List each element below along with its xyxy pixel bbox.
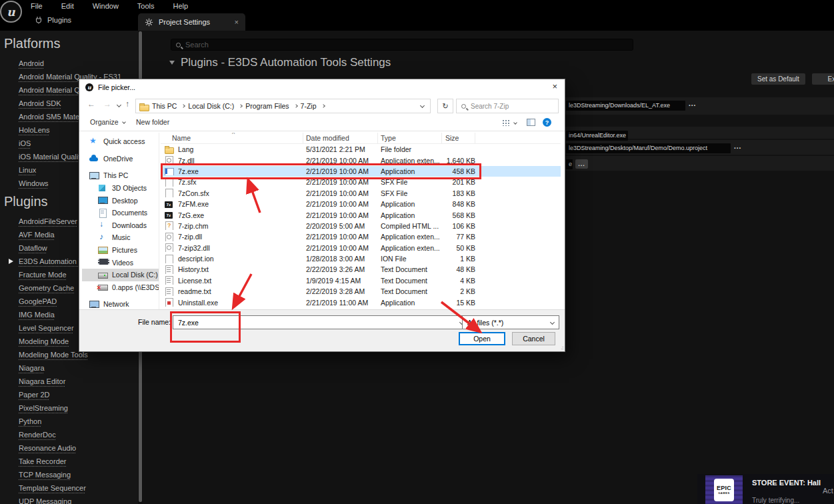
export-button[interactable]: Expo: [812, 73, 834, 85]
txt-file-icon: [165, 287, 173, 296]
uproject-path-field[interactable]: le3DStreaming/Desktop/Maruf/Demo/Demo.up…: [566, 143, 731, 153]
breadcrumb-segment[interactable]: Program Files: [245, 102, 297, 110]
this-pc-icon: [89, 171, 99, 180]
file-row[interactable]: descript.ion 1/28/2018 3:00 AM ION File …: [161, 253, 561, 264]
set-as-default-button[interactable]: Set as Default: [751, 73, 805, 85]
sort-ascending-icon[interactable]: ^: [232, 133, 235, 137]
tab-plugins[interactable]: Plugins: [35, 16, 71, 24]
file-row[interactable]: 7zFM.exe 2/21/2019 10:00 AM Application …: [161, 199, 561, 209]
tab-close-icon[interactable]: ×: [235, 19, 239, 26]
sidebar-item-plugin[interactable]: Take Recorder: [4, 455, 138, 468]
nav-item[interactable]: Pictures: [82, 244, 159, 257]
file-row[interactable]: 7-zip.dll 2/21/2019 10:00 AM Application…: [161, 231, 561, 242]
path-field-partial[interactable]: e: [566, 159, 573, 169]
nav-item[interactable]: Desktop: [82, 194, 159, 207]
sidebar-item-plugin[interactable]: TCP Messaging: [4, 468, 138, 481]
file-name-input[interactable]: 7z.exe: [173, 315, 469, 329]
file-row[interactable]: 7zCon.sfx 2/21/2019 10:00 AM SFX File 18…: [161, 188, 561, 199]
breadcrumb-segment[interactable]: Local Disk (C:): [188, 102, 242, 110]
sidebar-item-platform[interactable]: Android: [4, 57, 138, 70]
sidebar-item-plugin[interactable]: Niagara Editor: [4, 375, 138, 388]
forward-button[interactable]: →: [103, 99, 111, 109]
breadcrumb-segment[interactable]: This PC: [152, 102, 185, 110]
menu-item[interactable]: Tools: [128, 1, 164, 11]
nav-item[interactable]: Documents: [82, 207, 159, 219]
chevron-down-icon[interactable]: [169, 61, 175, 65]
sidebar-item-plugin[interactable]: Python: [4, 415, 138, 428]
dialog-title-bar[interactable]: u File picker...: [79, 79, 565, 95]
nav-item[interactable]: Videos: [82, 256, 159, 269]
view-options-chevron-icon[interactable]: [513, 121, 517, 125]
menu-item[interactable]: Edit: [52, 1, 83, 11]
txt-file-icon: [165, 276, 173, 285]
epic-tile: EPIC GAMES: [705, 475, 743, 504]
file-row[interactable]: License.txt 1/9/2019 4:15 AM Text Docume…: [161, 275, 561, 286]
dll-file-icon: [165, 233, 173, 241]
quick-access-star-icon: [89, 137, 99, 146]
tab-project-settings[interactable]: Project Settings ×: [138, 13, 245, 31]
sidebar-item-plugin[interactable]: Niagara: [4, 361, 138, 375]
browse-ellipsis-button[interactable]: ...: [575, 159, 588, 169]
browse-ellipsis-button[interactable]: ...: [689, 100, 696, 107]
nav-item[interactable]: 0.apps (\\E3DS-AS1: [82, 281, 159, 294]
epic-store-toast[interactable]: EPIC GAMES STORE EVENT: Hall Act Truly t…: [697, 474, 834, 504]
file-row[interactable]: Lang 5/31/2021 2:21 PM File folder: [161, 144, 561, 155]
platforms-heading: Platforms: [4, 36, 138, 51]
editor-exe-path-field[interactable]: in64/UnrealEditor.exe: [566, 131, 628, 141]
organize-menu-button[interactable]: Organize: [90, 118, 125, 126]
file-row[interactable]: 7-zip.chm 2/20/2019 5:00 AM Compiled HTM…: [161, 221, 561, 231]
nav-item[interactable]: Local Disk (C:): [82, 269, 159, 281]
file-row[interactable]: History.txt 2/22/2019 3:26 AM Text Docum…: [161, 264, 561, 275]
column-header-size[interactable]: Size: [442, 133, 475, 143]
nav-item[interactable]: Music: [82, 231, 159, 244]
file-type-filter-select[interactable]: All files (*.*): [462, 315, 559, 329]
column-header-type[interactable]: Type: [378, 133, 442, 143]
nav-item[interactable]: Network: [82, 298, 159, 311]
nav-item[interactable]: Quick access: [82, 135, 159, 148]
music-icon: [98, 233, 107, 242]
preview-pane-icon[interactable]: [527, 119, 535, 126]
breadcrumb-segment[interactable]: 7-Zip: [301, 102, 325, 110]
sidebar-item-plugin[interactable]: UDP Messaging: [4, 495, 138, 504]
nav-item[interactable]: 3D Objects: [82, 182, 159, 195]
sidebar-item-plugin[interactable]: Resonance Audio: [4, 441, 138, 455]
menu-item[interactable]: Window: [83, 1, 128, 11]
file-row[interactable]: 7zG.exe 2/21/2019 10:00 AM Application 5…: [161, 209, 561, 220]
new-folder-button[interactable]: New folder: [136, 118, 169, 126]
nav-item[interactable]: OneDrive: [82, 153, 159, 165]
nav-item[interactable]: This PC: [82, 169, 159, 182]
view-options-icon[interactable]: [502, 119, 510, 126]
refresh-button[interactable]: ↻: [437, 99, 453, 113]
file-row[interactable]: 7z.dll 2/21/2019 10:00 AM Application ex…: [161, 155, 561, 165]
address-bar[interactable]: This PC Local Disk (C:) Program Files 7-…: [135, 99, 431, 113]
automation-exe-path-field[interactable]: le3DStreaming/Downloads/EL_AT.exe: [566, 101, 685, 111]
dialog-close-icon[interactable]: ×: [552, 81, 557, 91]
back-button[interactable]: ←: [87, 99, 95, 109]
pane-divider: [159, 133, 159, 309]
dialog-search-input[interactable]: Search 7-Zip: [456, 99, 559, 113]
help-icon[interactable]: ?: [543, 118, 551, 127]
cancel-button[interactable]: Cancel: [512, 332, 555, 345]
file-row[interactable]: Uninstall.exe 2/21/2019 11:00 AM Applica…: [161, 297, 561, 307]
up-button[interactable]: ↑: [125, 99, 129, 109]
file-row[interactable]: 7-zip32.dll 2/21/2019 10:00 AM Applicati…: [161, 243, 561, 253]
file-row[interactable]: 7z.sfx 2/21/2019 10:00 AM SFX File 201 K…: [161, 177, 561, 187]
menu-item[interactable]: File: [21, 1, 52, 11]
pictures-icon: [98, 246, 107, 255]
browse-ellipsis-button[interactable]: ...: [734, 143, 741, 150]
recent-locations-chevron-icon[interactable]: [117, 103, 121, 107]
resize-grip[interactable]: .::: [561, 345, 563, 351]
menu-item[interactable]: Help: [164, 1, 198, 11]
sidebar-item-plugin[interactable]: Paper 2D: [4, 388, 138, 401]
file-row[interactable]: readme.txt 2/22/2019 3:28 AM Text Docume…: [161, 286, 561, 297]
file-row[interactable]: 7z.exe 2/21/2019 10:00 AM Application 45…: [161, 166, 561, 177]
folder-icon: [165, 145, 173, 154]
sidebar-item-plugin[interactable]: Template Sequencer: [4, 481, 138, 495]
sidebar-item-plugin[interactable]: PixelStreaming: [4, 401, 138, 415]
dialog-footer: File name: 7z.exe All files (*.*) Open C…: [79, 309, 565, 351]
nav-item[interactable]: Downloads: [82, 219, 159, 232]
column-header-date[interactable]: Date modified: [303, 133, 378, 143]
sidebar-item-plugin[interactable]: RenderDoc: [4, 428, 138, 441]
open-button[interactable]: Open: [459, 332, 505, 345]
settings-search-input[interactable]: Search: [171, 39, 633, 51]
